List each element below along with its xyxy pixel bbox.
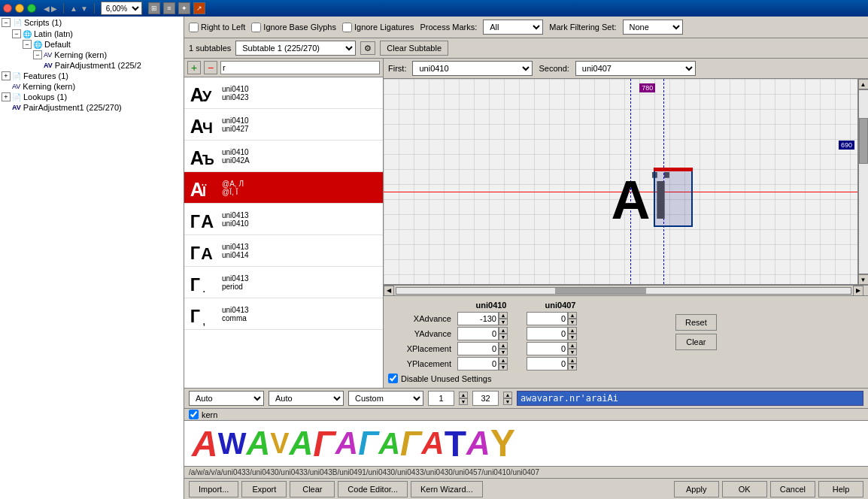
xplacement-col1-spinner[interactable]: ▲ ▼ xyxy=(499,342,508,355)
preview-mode1-select[interactable]: Auto xyxy=(189,391,264,406)
spin-down3[interactable]: ▼ xyxy=(499,334,508,340)
h-scrollbar[interactable]: ◀ ▶ xyxy=(384,285,868,295)
clear-btn[interactable]: Clear xyxy=(290,481,335,497)
cancel-btn[interactable]: Cancel xyxy=(770,481,815,497)
spin-up4[interactable]: ▲ xyxy=(568,327,577,334)
tree-item-kerning[interactable]: − AV Kerning (kern) xyxy=(0,50,184,60)
expand-icon[interactable]: − xyxy=(2,18,11,27)
preview-spin-down[interactable]: ▼ xyxy=(459,398,468,405)
maximize-btn[interactable] xyxy=(27,4,36,13)
xplacement-col1-input[interactable] xyxy=(457,342,499,355)
scroll-down-btn[interactable]: ▼ xyxy=(858,274,869,285)
tree-item-lookups[interactable]: + 📄 Lookups (1) xyxy=(0,92,184,102)
scroll-track[interactable] xyxy=(858,89,869,274)
apply-btn[interactable]: Apply xyxy=(674,481,719,497)
yadvance-col2-spinner[interactable]: ▲ ▼ xyxy=(568,327,577,340)
tree-item-pair1[interactable]: AV PairAdjustment1 (225/2 xyxy=(0,60,184,71)
right-to-left-check[interactable]: Right to Left xyxy=(189,23,245,32)
tree-item-latin[interactable]: − 🌐 Latin (latn) xyxy=(0,29,184,39)
ignore-base-checkbox[interactable] xyxy=(251,23,261,32)
preview-text-input[interactable] xyxy=(517,391,863,406)
mark-filter-select[interactable]: None xyxy=(623,20,683,35)
vertical-scrollbar[interactable]: ▲ ▼ xyxy=(857,79,868,285)
zoom-select[interactable]: 6,00% xyxy=(101,2,142,15)
preview-mode3-select[interactable]: Custom xyxy=(348,391,423,406)
glyph-item-5[interactable]: ГА uni0413 uni0410 xyxy=(184,204,383,235)
preview-px-up[interactable]: ▲ xyxy=(503,392,512,398)
ignore-lig-check[interactable]: Ignore Ligatures xyxy=(342,23,414,32)
minimize-btn[interactable] xyxy=(15,4,24,13)
ignore-base-check[interactable]: Ignore Base Glyphs xyxy=(251,23,336,32)
spin-down6[interactable]: ▼ xyxy=(568,349,577,355)
xadvance-col2-input[interactable] xyxy=(527,312,568,325)
ok-btn[interactable]: OK xyxy=(722,481,767,497)
preview-px-down[interactable]: ▼ xyxy=(503,398,512,405)
subtable-select[interactable]: Subtable 1 (225/270) xyxy=(235,41,356,56)
reset-btn[interactable]: Reset xyxy=(675,314,717,331)
preview-px-input[interactable] xyxy=(472,391,499,406)
preview-mode2-select[interactable]: Auto xyxy=(269,391,344,406)
yplacement-col1-input[interactable] xyxy=(457,357,499,370)
first-glyph-select[interactable]: uni0410 xyxy=(412,61,533,76)
scroll-right-btn[interactable]: ▶ xyxy=(853,286,863,296)
tree-item-feature-kern[interactable]: AV Kerning (kern) xyxy=(0,81,184,92)
glyph-item-1[interactable]: АУ uni0410 uni0423 xyxy=(184,77,383,109)
glyph-item-8[interactable]: Г, uni0413 comma xyxy=(184,298,383,330)
glyph-item-6[interactable]: ГА uni0413 uni0414 xyxy=(184,235,383,267)
expand-icon-features[interactable]: + xyxy=(2,71,11,80)
tree-item-scripts[interactable]: − 📄 Scripts (1) xyxy=(0,17,184,29)
tree-item-default[interactable]: − 🌐 Default xyxy=(0,39,184,50)
ignore-lig-checkbox[interactable] xyxy=(342,23,352,32)
scroll-up-btn[interactable]: ▲ xyxy=(858,79,869,89)
second-glyph-select[interactable]: uni0407 xyxy=(575,61,696,76)
nav-back[interactable]: ◀ xyxy=(44,5,50,13)
yplacement-col2-spinner[interactable]: ▲ ▼ xyxy=(568,357,577,370)
preview-px-spinner[interactable]: ▲ ▼ xyxy=(503,392,512,405)
xadvance-col2-spinner[interactable]: ▲ ▼ xyxy=(568,312,577,325)
preview-size-spinner[interactable]: ▲ ▼ xyxy=(459,392,468,405)
yadvance-col2-input[interactable] xyxy=(527,327,568,340)
expand-icon-default[interactable]: − xyxy=(23,40,32,49)
spin-up3[interactable]: ▲ xyxy=(499,327,508,334)
add-glyph-btn[interactable]: + xyxy=(187,61,201,74)
xplacement-col2-input[interactable] xyxy=(527,342,568,355)
spin-down[interactable]: ▼ xyxy=(499,319,508,325)
spin-up6[interactable]: ▲ xyxy=(568,342,577,349)
import-btn[interactable]: Import... xyxy=(189,481,238,497)
preview-size-input[interactable] xyxy=(428,391,454,406)
kern-wizard-btn[interactable]: Kern Wizard... xyxy=(411,481,483,497)
nav-up[interactable]: ▲ xyxy=(70,5,77,13)
rtl-checkbox[interactable] xyxy=(189,23,199,32)
export-btn[interactable]: Export xyxy=(241,481,287,497)
tree-item-features[interactable]: + 📄 Features (1) xyxy=(0,71,184,81)
glyph-item-4[interactable]: АЇ @А, Л @Ї, Ї xyxy=(184,172,383,204)
glyph-item-2[interactable]: АЧ uni0410 uni0427 xyxy=(184,109,383,141)
yadvance-col1-spinner[interactable]: ▲ ▼ xyxy=(499,327,508,340)
spin-up[interactable]: ▲ xyxy=(499,312,508,319)
preview-spin-up[interactable]: ▲ xyxy=(459,392,468,398)
glyph-item-3[interactable]: АЪ uni0410 uni042A xyxy=(184,141,383,172)
xadvance-col1-input[interactable] xyxy=(457,312,499,325)
glyph-item-7[interactable]: Г. uni0413 period xyxy=(184,267,383,298)
clear-subtable-btn[interactable]: Clear Subtable xyxy=(380,41,448,56)
glyph-canvas[interactable]: 780 690 АЇ xyxy=(384,79,857,285)
yplacement-col2-input[interactable] xyxy=(527,357,568,370)
process-marks-select[interactable]: All xyxy=(483,20,543,35)
spin-down5[interactable]: ▼ xyxy=(499,349,508,355)
h-scroll-thumb[interactable] xyxy=(555,288,646,294)
code-editor-btn[interactable]: Code Editor... xyxy=(338,481,408,497)
spin-down7[interactable]: ▼ xyxy=(499,364,508,370)
yplacement-col1-spinner[interactable]: ▲ ▼ xyxy=(499,357,508,370)
nav-down[interactable]: ▼ xyxy=(80,5,88,13)
h-scroll-track[interactable] xyxy=(396,287,851,295)
spin-down8[interactable]: ▼ xyxy=(568,364,577,370)
nav-forward[interactable]: ▶ xyxy=(51,5,57,13)
scroll-thumb[interactable] xyxy=(859,118,868,164)
xadvance-col1-spinner[interactable]: ▲ ▼ xyxy=(499,312,508,325)
xplacement-col2-spinner[interactable]: ▲ ▼ xyxy=(568,342,577,355)
spin-up5[interactable]: ▲ xyxy=(499,342,508,349)
kern-checkbox[interactable] xyxy=(189,410,199,419)
expand-icon-kerning[interactable]: − xyxy=(33,50,42,59)
disable-checkbox[interactable] xyxy=(388,373,398,383)
subtable-icon-btn[interactable]: ⚙ xyxy=(360,41,375,55)
